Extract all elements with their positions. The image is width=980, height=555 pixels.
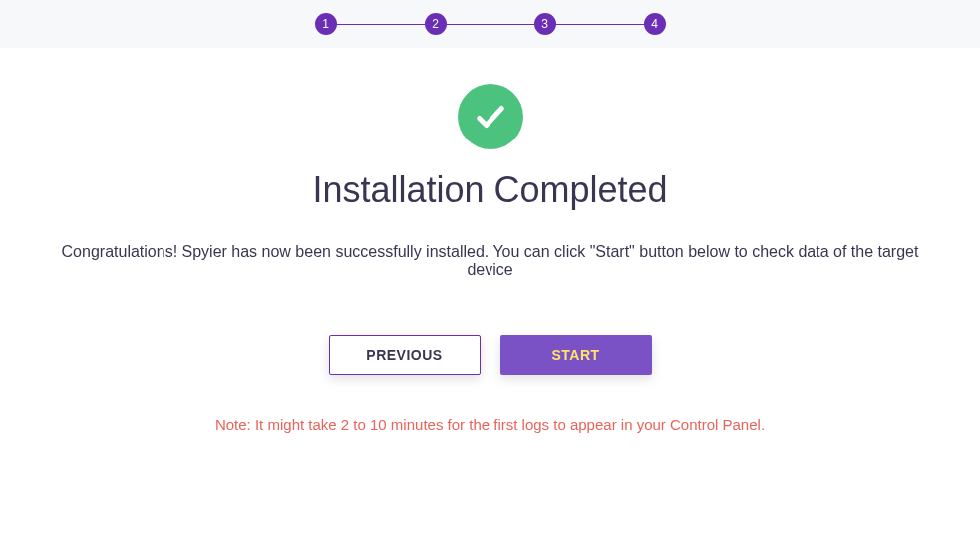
step-connector bbox=[447, 24, 534, 25]
progress-stepper: 1 2 3 4 bbox=[0, 0, 980, 48]
note-text: Note: It might take 2 to 10 minutes for … bbox=[0, 416, 980, 433]
step-connector bbox=[337, 24, 425, 25]
main-content: Installation Completed Congratulations! … bbox=[0, 48, 980, 433]
start-button[interactable]: START bbox=[500, 335, 652, 375]
step-2: 2 bbox=[425, 13, 447, 35]
step-4: 4 bbox=[644, 13, 666, 35]
page-title: Installation Completed bbox=[0, 169, 980, 211]
previous-button[interactable]: PREVIOUS bbox=[329, 335, 481, 375]
step-1: 1 bbox=[315, 13, 337, 35]
step-3: 3 bbox=[534, 13, 556, 35]
button-row: PREVIOUS START bbox=[0, 335, 980, 375]
description-text: Congratulations! Spyier has now been suc… bbox=[0, 243, 980, 279]
success-checkmark-icon bbox=[458, 84, 523, 149]
step-connector bbox=[556, 24, 644, 25]
